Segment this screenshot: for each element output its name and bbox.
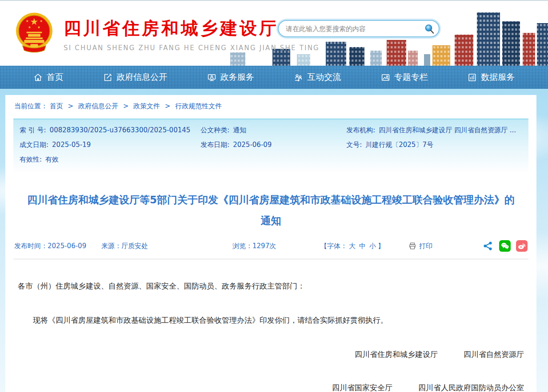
svg-text:★: ★ xyxy=(26,19,29,23)
nav-item-gov-service[interactable]: 政务服务 xyxy=(207,71,254,83)
nav-item-interaction[interactable]: 互动交流 xyxy=(294,71,341,83)
salutation-paragraph: 各市（州）住房城乡建设、自然资源、国家安全、国防动员、政务服务行政主管部门： xyxy=(18,280,524,293)
print-button[interactable]: 打印 xyxy=(408,242,432,250)
share-icon xyxy=(483,241,493,251)
nav-item-info-disclosure[interactable]: 政府信息公开 xyxy=(103,71,167,83)
svg-text:★: ★ xyxy=(37,25,40,29)
weibo-icon xyxy=(517,242,526,250)
share-button[interactable] xyxy=(482,240,494,252)
search-input[interactable] xyxy=(279,25,422,33)
breadcrumb: 当前位置： 首页 > 政府信息公开 > 政策文件 > 行政规范性文件 xyxy=(13,95,528,117)
view-count: 浏览：1297次 xyxy=(232,242,320,250)
main-nav: 首页 政府信息公开 政务服务 互动交流 专题专栏 数据服务 xyxy=(0,66,548,89)
breadcrumb-item-home[interactable]: 首页 xyxy=(50,102,63,110)
meta-written-date: 成文日期:2025-05-19 xyxy=(20,139,200,150)
nav-item-data-service[interactable]: 数据服务 xyxy=(468,71,515,83)
signature-line-2: 四川省国家安全厅四川省人民政府国防动员办公室 xyxy=(18,381,524,392)
site-header: ★ ★ ★ ★ ★ 四川省住房和城乡建设厅 SI CHUAN SHENG ZHU… xyxy=(0,1,548,66)
nav-item-label: 专题专栏 xyxy=(394,71,428,83)
nav-item-label: 首页 xyxy=(47,71,64,83)
signature-line-1: 四川省住房和城乡建设厅四川省自然资源厅 xyxy=(18,348,524,361)
special-topics-icon xyxy=(381,73,390,82)
wechat-share-button[interactable] xyxy=(499,240,511,252)
site-brand[interactable]: ★ ★ ★ ★ ★ 四川省住房和城乡建设厅 SI CHUAN SHENG ZHU… xyxy=(15,12,320,54)
wechat-icon xyxy=(500,242,509,250)
home-icon xyxy=(33,73,43,82)
nav-item-label: 政府信息公开 xyxy=(116,71,167,83)
breadcrumb-label: 当前位置： xyxy=(14,102,48,110)
nav-item-label: 数据服务 xyxy=(481,71,515,83)
national-emblem-logo: ★ ★ ★ ★ ★ xyxy=(15,12,54,54)
font-size-large[interactable]: 大 xyxy=(349,242,356,250)
breadcrumb-item-info-disclosure[interactable]: 政府信息公开 xyxy=(78,102,118,110)
page-title: 四川省住房和城乡建设厅等5部门关于印发《四川省房屋建筑和市政基础设施工程竣工联合… xyxy=(27,190,515,231)
nav-item-label: 政务服务 xyxy=(220,71,254,83)
svg-text:★: ★ xyxy=(40,19,43,23)
font-size-medium[interactable]: 中 xyxy=(359,242,366,250)
nav-item-label: 互动交流 xyxy=(307,71,341,83)
content-panel: 当前位置： 首页 > 政府信息公开 > 政策文件 > 行政规范性文件 索 引 号… xyxy=(5,95,536,392)
publish-info-bar: 发布时间：2025-06-09 来源：厅质安处 浏览：1297次 【字体：大中小… xyxy=(13,238,528,259)
search-icon xyxy=(424,24,435,34)
meta-doc-number: 文号:川建行规〔2025〕7号 xyxy=(346,139,522,150)
meta-doc-type: 公文种类:通知 xyxy=(200,125,346,135)
data-service-icon xyxy=(468,73,477,82)
article-body: 各市（州）住房城乡建设、自然资源、国家安全、国防动员、政务服务行政主管部门： 现… xyxy=(13,280,528,392)
search-button[interactable] xyxy=(422,21,437,36)
meta-validity: 有效性:有效 xyxy=(20,154,200,165)
site-title-pinyin: SI CHUAN SHENG ZHU FANG HE CHENG XIANG J… xyxy=(64,44,320,52)
body-paragraph: 现将《四川省房屋建筑和市政基础设施工程竣工联合验收管理办法》印发你们，请结合实际… xyxy=(18,314,524,327)
svg-text:★: ★ xyxy=(28,25,31,29)
search-bar xyxy=(278,20,440,37)
breadcrumb-item-normative-files[interactable]: 行政规范性文件 xyxy=(175,102,222,110)
meta-issuing-agency: 发布机构:四川省住房和城乡建设厅 四川省自然资源厅 ... xyxy=(346,125,522,135)
publish-time: 发布时间：2025-06-09 xyxy=(14,242,101,250)
info-disclosure-icon xyxy=(103,73,112,82)
document-meta-table: 索 引 号:008283930/2025-u37663300/2025-0014… xyxy=(13,119,528,172)
breadcrumb-item-policy-files[interactable]: 政策文件 xyxy=(133,102,160,110)
font-size-control: 【字体：大中小】 xyxy=(320,242,408,250)
weibo-share-button[interactable] xyxy=(516,240,528,252)
gov-service-icon xyxy=(207,73,216,82)
nav-item-home[interactable]: 首页 xyxy=(33,71,64,83)
meta-index-number: 索 引 号:008283930/2025-u37663300/2025-0014… xyxy=(20,125,200,135)
interaction-icon xyxy=(294,73,303,82)
share-buttons xyxy=(482,240,528,252)
article-source: 来源：厅质安处 xyxy=(101,242,232,250)
font-size-small[interactable]: 小 xyxy=(369,242,376,250)
meta-publish-date: 发布日期:2025-06-09 xyxy=(200,139,346,150)
nav-item-special-topics[interactable]: 专题专栏 xyxy=(381,71,428,83)
printer-icon xyxy=(408,242,416,250)
